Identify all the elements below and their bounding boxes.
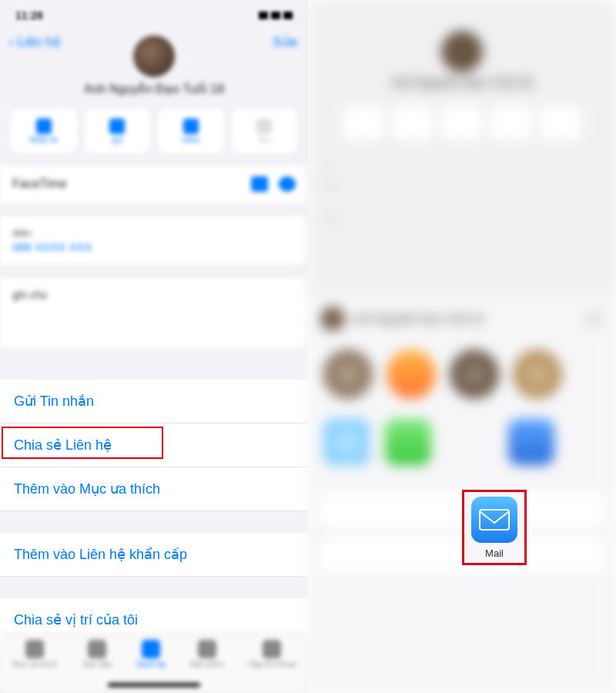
tab-recents[interactable]: Gần đây	[82, 640, 112, 668]
phone-number: 086 XXXX XXX	[12, 240, 296, 253]
mail-action[interactable]: thư	[232, 109, 298, 153]
contact-avatar	[441, 31, 483, 72]
star-icon	[25, 640, 44, 658]
person-icon	[142, 640, 160, 658]
actions-list: Gửi Tin nhắn Chia sẻ Liên hệ Thêm vào Mụ…	[0, 380, 308, 641]
tab-favorites[interactable]: Mục ưa thích	[12, 640, 57, 668]
sheet-title: Anh Nguyễn Đạo Tuổi 18	[353, 312, 484, 326]
tab-bar: Mục ưa thích Gần đây Danh bạ Bàn phím Hộ…	[0, 633, 308, 693]
status-indicators	[259, 12, 293, 19]
message-action[interactable]: Nhắn tin	[11, 109, 77, 153]
facetime-row[interactable]: FaceTime	[0, 166, 308, 203]
mail-app-icon	[471, 497, 517, 543]
svg-rect-0	[480, 510, 509, 530]
tab-keypad[interactable]: Bàn phím	[191, 640, 224, 668]
contact-bubble[interactable]	[323, 350, 373, 399]
video-icon	[183, 119, 199, 134]
call-action[interactable]: gọi	[85, 109, 151, 153]
airdrop-contacts	[320, 350, 604, 399]
phone-card[interactable]: điện 086 XXXX XXX	[0, 216, 308, 264]
sheet-avatar	[320, 306, 345, 331]
share-sheet-screen: Anh Nguyễn Đạo Tuổi 18 ... ... ... Anh N…	[308, 0, 616, 693]
home-indicator[interactable]	[108, 683, 200, 687]
keypad-icon	[198, 640, 216, 658]
mail-placeholder[interactable]	[447, 419, 493, 470]
contact-bubble[interactable]	[450, 350, 499, 399]
send-message-row[interactable]: Gửi Tin nhắn	[0, 380, 308, 424]
notes-card[interactable]: ghi chú	[0, 278, 308, 347]
app-icon	[508, 419, 554, 465]
quick-actions: Nhắn tin gọi video thư	[0, 109, 308, 166]
add-emergency-row[interactable]: Thêm vào Liên hệ khẩn cấp	[0, 533, 308, 577]
tab-contacts[interactable]: Danh bạ	[136, 640, 166, 668]
share-contact-row[interactable]: Chia sẻ Liên hệ	[0, 424, 308, 467]
video-action[interactable]: video	[158, 109, 224, 153]
contact-header: ‹ Liên hệ Sửa Anh Nguyễn Đạo Tuổi 18	[0, 31, 308, 109]
contact-name: Anh Nguyễn Đạo Tuổi 18	[0, 82, 308, 96]
contact-name: Anh Nguyễn Đạo Tuổi 18	[308, 75, 616, 90]
facetime-audio-icon[interactable]	[279, 176, 296, 192]
facetime-video-icon[interactable]	[251, 176, 268, 192]
messages-icon	[385, 419, 431, 465]
mail-app-highlight[interactable]: Mail	[462, 490, 527, 565]
status-bar: 11:28	[0, 0, 308, 31]
message-icon	[36, 119, 52, 134]
contact-bubble[interactable]	[513, 350, 562, 399]
close-icon[interactable]	[584, 309, 604, 329]
notes-label: ghi chú	[12, 289, 296, 301]
contact-detail-screen: 11:28 ‹ Liên hệ Sửa Anh Nguyễn Đạo Tuổi …	[0, 0, 308, 693]
airdrop-app[interactable]	[323, 419, 370, 470]
status-time: 11:28	[15, 9, 43, 22]
sheet-header: Anh Nguyễn Đạo Tuổi 18	[320, 306, 604, 331]
messages-app[interactable]	[385, 419, 431, 470]
share-apps	[320, 419, 604, 470]
contact-bubble[interactable]	[387, 350, 436, 399]
contact-avatar[interactable]	[133, 35, 175, 77]
phone-icon	[109, 119, 125, 134]
voicemail-icon	[263, 640, 281, 658]
other-app[interactable]	[508, 419, 554, 470]
add-favorites-row[interactable]: Thêm vào Mục ưa thích	[0, 467, 308, 511]
mail-app-label: Mail	[485, 547, 504, 559]
tab-voicemail[interactable]: Hộp thư thoại	[249, 640, 296, 668]
back-button[interactable]: ‹ Liên hệ	[9, 34, 61, 50]
mail-icon	[256, 119, 272, 134]
phone-type-label: điện	[12, 227, 296, 239]
clock-icon	[88, 640, 106, 658]
facetime-label: FaceTime	[12, 177, 67, 191]
edit-button[interactable]: Sửa	[273, 34, 297, 50]
airdrop-icon	[323, 419, 370, 465]
